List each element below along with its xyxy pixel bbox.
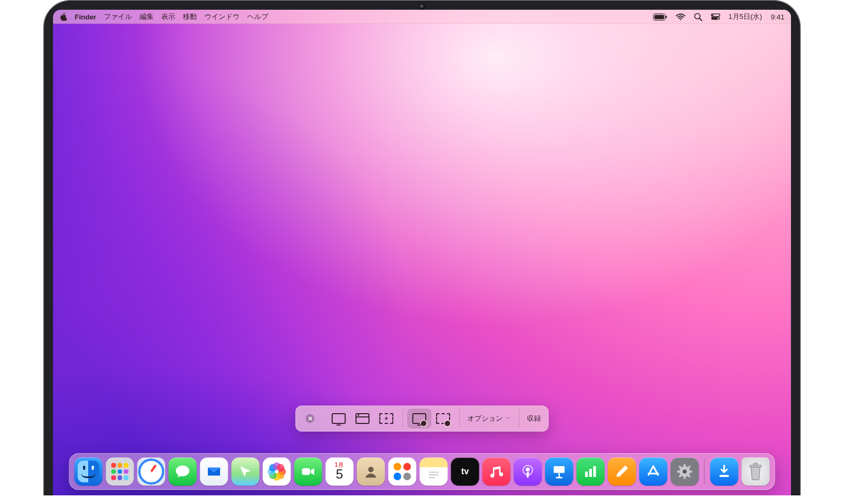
keynote-icon (551, 463, 568, 480)
menu-edit[interactable]: 編集 (140, 12, 154, 22)
downloads-icon (716, 463, 733, 480)
display-record-icon (412, 413, 426, 424)
capture-entire-screen-button[interactable] (327, 409, 351, 428)
chevron-down-icon: ﹀ (506, 415, 511, 422)
record-entire-screen-button[interactable] (407, 409, 431, 428)
podcasts-icon (520, 463, 536, 480)
selection-icon: + (379, 413, 393, 424)
control-center-icon[interactable] (711, 14, 720, 20)
dock-app-contacts[interactable] (357, 457, 385, 486)
dock-app-notes[interactable] (420, 457, 448, 486)
trash-icon (748, 462, 764, 481)
dock-trash[interactable] (742, 457, 770, 486)
mail-icon (206, 463, 222, 480)
svg-rect-1 (654, 15, 664, 19)
svg-rect-10 (302, 468, 310, 475)
menubar-time[interactable]: 9:41 (771, 13, 784, 21)
messages-icon (175, 463, 191, 480)
svg-point-3 (680, 19, 681, 20)
dock-app-launchpad[interactable] (106, 457, 134, 486)
svg-line-31 (680, 475, 682, 477)
close-icon: ✕ (306, 414, 314, 423)
dock-app-numbers[interactable] (577, 457, 605, 486)
apple-menu[interactable] (60, 13, 67, 21)
svg-rect-2 (665, 16, 667, 18)
dock-app-messages[interactable] (169, 457, 197, 486)
dock-app-mail[interactable] (200, 457, 228, 486)
svg-rect-21 (589, 469, 592, 477)
dock-separator (704, 459, 705, 485)
svg-line-5 (700, 18, 702, 21)
screenshot-options-button[interactable]: オプション ﹀ (460, 406, 519, 432)
svg-rect-22 (594, 466, 596, 477)
calendar-icon: 1月5 (335, 462, 345, 481)
svg-line-30 (688, 475, 690, 477)
dock-app-pages[interactable] (608, 457, 636, 486)
dock-app-safari[interactable] (137, 457, 166, 486)
reminders-icon (394, 463, 411, 480)
svg-rect-17 (554, 466, 565, 473)
svg-rect-33 (720, 475, 729, 477)
svg-rect-19 (556, 477, 563, 479)
window-icon (355, 413, 370, 424)
music-icon (489, 463, 505, 480)
facetime-icon (300, 463, 316, 480)
contacts-icon (363, 463, 379, 480)
dock: 1月5 tv (69, 453, 775, 490)
dock-app-system-preferences[interactable] (671, 457, 699, 486)
dock-app-photos[interactable] (263, 457, 291, 486)
menu-bar: Finder ファイル 編集 表示 移動 ウインドウ ヘルプ (53, 10, 791, 24)
app-name-menu[interactable]: Finder (75, 13, 96, 21)
dock-app-calendar[interactable]: 1月5 (326, 457, 354, 486)
dock-stack-downloads[interactable] (710, 457, 738, 486)
finder-icon (78, 461, 100, 482)
menu-view[interactable]: 表示 (161, 12, 175, 22)
dock-app-appletv[interactable]: tv (451, 457, 479, 486)
svg-point-15 (526, 468, 530, 472)
menu-go[interactable]: 移動 (183, 12, 197, 22)
wifi-status-icon[interactable] (676, 14, 685, 21)
dock-app-keynote[interactable] (545, 457, 573, 486)
capture-label: 収録 (527, 414, 541, 423)
pages-icon (614, 463, 630, 480)
camera-notch (420, 4, 425, 9)
appstore-icon (645, 463, 662, 480)
selection-record-icon (436, 413, 450, 424)
svg-rect-20 (585, 472, 588, 477)
menu-help[interactable]: ヘルプ (247, 12, 268, 22)
svg-point-24 (683, 469, 687, 474)
svg-line-29 (680, 466, 682, 468)
dock-app-reminders[interactable] (388, 457, 417, 486)
maps-icon (238, 463, 254, 480)
numbers-icon (583, 463, 599, 480)
dock-app-maps[interactable] (232, 457, 260, 486)
svg-rect-35 (754, 463, 757, 465)
capture-selected-window-button[interactable] (351, 409, 374, 428)
laptop-frame: Finder ファイル 編集 表示 移動 ウインドウ ヘルプ (43, 0, 801, 495)
dock-app-finder[interactable] (75, 457, 103, 486)
dock-app-appstore[interactable] (639, 457, 668, 486)
dock-app-podcasts[interactable] (514, 457, 542, 486)
laptop-bezel: Finder ファイル 編集 表示 移動 ウインドウ ヘルプ (43, 0, 801, 495)
menubar-date[interactable]: 1月5日(水) (729, 12, 762, 22)
capture-selected-portion-button[interactable]: + (374, 409, 398, 428)
options-label: オプション (467, 414, 503, 423)
notes-icon (426, 463, 442, 480)
screenshot-capture-button[interactable]: 収録 (519, 406, 549, 432)
battery-status-icon[interactable] (653, 14, 667, 21)
apple-logo-icon (60, 13, 67, 21)
menu-window[interactable]: ウインドウ (205, 12, 240, 22)
gear-icon (677, 463, 693, 480)
screenshot-close-button[interactable]: ✕ (302, 409, 318, 428)
display-icon (332, 413, 346, 424)
record-selected-portion-button[interactable] (431, 409, 455, 428)
dock-app-facetime[interactable] (294, 457, 322, 486)
svg-point-11 (368, 467, 374, 472)
spotlight-search-icon[interactable] (694, 13, 702, 21)
svg-rect-18 (558, 473, 560, 478)
svg-point-7 (711, 14, 713, 16)
dock-app-music[interactable] (483, 457, 511, 486)
safari-icon (139, 459, 164, 485)
desktop-screen: Finder ファイル 編集 表示 移動 ウインドウ ヘルプ (53, 10, 791, 495)
menu-file[interactable]: ファイル (104, 12, 132, 22)
